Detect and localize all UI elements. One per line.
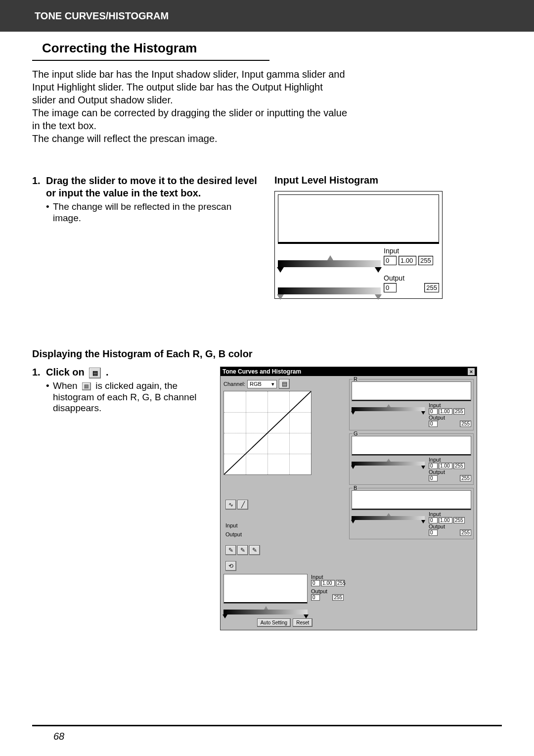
rgb-output-label: Output xyxy=(429,523,471,529)
mini-input-highlight[interactable]: 255 xyxy=(336,580,345,586)
channel-label: Channel: xyxy=(223,381,245,387)
highlight-marker-icon[interactable] xyxy=(421,411,425,415)
output-shadow-marker-icon[interactable] xyxy=(277,294,284,300)
gamma-marker-icon[interactable] xyxy=(387,459,391,462)
histogram-display xyxy=(278,194,439,244)
val[interactable]: 255 xyxy=(453,463,465,469)
rgb-output-vals: 0 255 xyxy=(429,475,471,481)
val[interactable]: 0 xyxy=(429,475,438,481)
rgb-section-g: G Input xyxy=(349,433,474,485)
step2-bullet-prefix: When xyxy=(53,380,80,391)
gamma-marker-icon[interactable] xyxy=(264,606,268,610)
input-gamma-box[interactable]: 1.00 xyxy=(399,256,416,265)
rgb-slider-col xyxy=(352,457,425,466)
bullet-dot: • xyxy=(46,201,53,224)
val[interactable]: 0 xyxy=(429,421,438,427)
highlight-marker-icon[interactable] xyxy=(421,466,425,469)
highlight-marker-icon[interactable] xyxy=(421,520,425,523)
input-highlight-box[interactable]: 255 xyxy=(418,256,433,265)
shadow-marker-icon[interactable] xyxy=(351,520,355,523)
rgb-input-slider[interactable] xyxy=(352,462,425,466)
mini-input-shadow[interactable]: 0 xyxy=(311,580,320,586)
val[interactable]: 1.00 xyxy=(439,463,452,469)
rgb-vals-row: Input 0 1.00 255 Output 0 255 xyxy=(352,511,471,536)
mini-output-highlight[interactable]: 255 xyxy=(332,594,344,601)
gray-eyedropper-icon[interactable]: ✎ xyxy=(237,545,248,555)
highlight-marker-icon[interactable] xyxy=(304,614,309,618)
dialog-body: Channel: RGB ▾ ▤ xyxy=(221,376,477,630)
mini-output-label: Output xyxy=(311,588,344,594)
apply-tools: ⟲ xyxy=(225,561,260,571)
val[interactable]: 255 xyxy=(453,408,465,415)
gamma-marker-icon[interactable] xyxy=(327,255,333,260)
diagonal-line xyxy=(224,391,311,474)
highlight-marker-icon[interactable] xyxy=(375,267,382,273)
mini-output-row: 0 255 xyxy=(311,594,344,601)
black-eyedropper-icon[interactable]: ✎ xyxy=(225,545,236,555)
smooth-curve-icon[interactable]: ╱ xyxy=(237,500,248,510)
step2-prefix: Click on xyxy=(46,367,87,378)
output-shadow-box[interactable]: 0 xyxy=(384,283,397,292)
val[interactable]: 255 xyxy=(460,421,471,427)
output-slider[interactable] xyxy=(278,287,381,294)
rgb-hist xyxy=(352,490,471,510)
intro-p2: The image can be corrected by dragging t… xyxy=(32,106,349,132)
eyedropper-tools: ✎ ✎ ✎ xyxy=(225,545,260,555)
chevron-down-icon: ▾ xyxy=(271,381,274,387)
val[interactable]: 255 xyxy=(453,517,465,523)
rgb-hist xyxy=(352,436,471,456)
mini-output-shadow[interactable]: 0 xyxy=(311,594,320,601)
white-eyedropper-icon[interactable]: ✎ xyxy=(249,545,260,555)
output-highlight-box[interactable]: 255 xyxy=(424,283,439,292)
val[interactable]: 255 xyxy=(460,529,471,536)
val[interactable]: 1.00 xyxy=(439,517,452,523)
step1-bullet-line: • The change will be reflected in the pr… xyxy=(32,201,260,224)
shadow-marker-icon[interactable] xyxy=(351,411,355,415)
section-title: Correcting the Histogram xyxy=(32,39,269,61)
curve-output-label: Output xyxy=(225,531,260,537)
rgb-input-slider[interactable] xyxy=(352,407,425,411)
mini-input-slider[interactable] xyxy=(223,610,308,614)
step1-number: 1. xyxy=(32,175,46,199)
svg-line-0 xyxy=(224,391,311,474)
shadow-marker-icon[interactable] xyxy=(351,466,355,469)
input-slider[interactable] xyxy=(278,260,381,267)
rgb-input-label: Input xyxy=(429,511,471,517)
auto-setting-button[interactable]: Auto Setting xyxy=(257,618,291,627)
freehand-curve-icon[interactable]: ∿ xyxy=(225,500,236,510)
mini-hist-row: Input 0 1.00 255 Output 0 255 xyxy=(223,574,346,604)
rgb-slider-col xyxy=(352,511,425,520)
curve-mode-tools: ∿ ╱ xyxy=(225,500,260,510)
input-shadow-box[interactable]: 0 xyxy=(384,256,397,265)
mini-input-gamma[interactable]: 1.00 xyxy=(321,580,335,586)
val[interactable]: 0 xyxy=(429,408,438,415)
bullet-dot: • xyxy=(46,380,53,414)
rgb-histogram-icon[interactable]: ▤ xyxy=(89,368,101,378)
rgb-output-vals: 0 255 xyxy=(429,421,471,427)
rgb-input-slider[interactable] xyxy=(352,516,425,520)
close-icon[interactable]: × xyxy=(468,368,475,375)
baseline xyxy=(352,509,471,510)
val[interactable]: 255 xyxy=(460,475,471,481)
reset-button[interactable]: Reset xyxy=(293,618,312,627)
val[interactable]: 1.00 xyxy=(439,408,452,415)
output-highlight-marker-icon[interactable] xyxy=(375,294,382,300)
input-level-title: Input Level Histogram xyxy=(274,175,502,186)
apply-icon[interactable]: ⟲ xyxy=(225,561,236,571)
page-content: Correcting the Histogram The input slide… xyxy=(0,32,534,630)
input-level-panel: Input Level Histogram Input xyxy=(274,175,502,299)
val[interactable]: 0 xyxy=(429,517,438,523)
val[interactable]: 0 xyxy=(429,463,438,469)
rgb-histogram-icon[interactable]: ▤ xyxy=(279,379,290,389)
channel-dropdown[interactable]: RGB ▾ xyxy=(247,380,277,388)
gamma-marker-icon[interactable] xyxy=(387,513,391,516)
tone-curve-box[interactable] xyxy=(223,391,312,475)
shadow-marker-icon[interactable] xyxy=(222,614,227,618)
rgb-histogram-icon[interactable]: ▤ xyxy=(82,382,91,390)
gamma-marker-icon[interactable] xyxy=(387,404,391,407)
shadow-marker-icon[interactable] xyxy=(277,267,284,273)
val[interactable]: 0 xyxy=(429,529,438,536)
rgb-section-b: B Input xyxy=(349,488,474,539)
step1-bullet: The change will be reflected in the pres… xyxy=(53,201,260,224)
rgb-vals-row: Input 0 1.00 255 Output 0 255 xyxy=(352,402,471,427)
